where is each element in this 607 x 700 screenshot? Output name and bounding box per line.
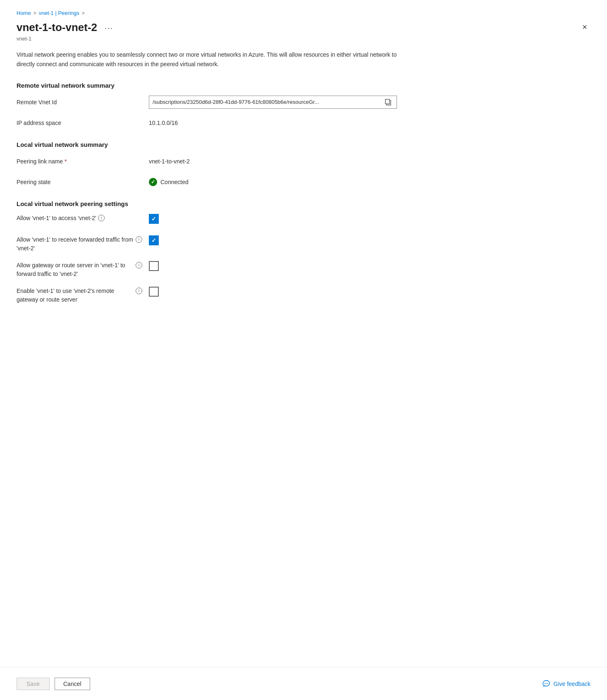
enable-remote-gateway-info-icon[interactable]: i: [136, 288, 142, 294]
ip-address-space-row: IP address space 10.1.0.0/16: [17, 116, 590, 129]
remote-vnet-id-row: Remote Vnet Id /subscriptions/23250d6d-2…: [17, 96, 590, 109]
peering-state-row: Peering state Connected: [17, 175, 590, 189]
peering-link-name-value: vnet-1-to-vnet-2: [149, 158, 190, 165]
remote-vnet-id-label: Remote Vnet Id: [17, 99, 149, 105]
enable-remote-gateway-row: Enable 'vnet-1' to use 'vnet-2's remote …: [17, 287, 590, 304]
breadcrumb-home[interactable]: Home: [17, 10, 31, 16]
local-section-title: Local virtual network summary: [17, 141, 590, 148]
ip-address-space-value: 10.1.0.0/16: [149, 120, 178, 126]
local-network-section: Local virtual network summary Peering li…: [17, 141, 590, 189]
svg-point-2: [545, 683, 545, 684]
save-button[interactable]: Save: [17, 678, 50, 690]
breadcrumb-separator-1: >: [33, 10, 36, 16]
feedback-icon: [542, 680, 550, 688]
page-title: vnet-1-to-vnet-2: [17, 21, 97, 34]
page-subtitle: vnet-1: [17, 36, 590, 42]
breadcrumb-separator-2: >: [82, 10, 85, 16]
breadcrumb-peerings[interactable]: vnet-1 | Peerings: [39, 10, 79, 16]
peering-state-text: Connected: [160, 179, 189, 185]
allow-access-checkbox[interactable]: [149, 214, 159, 224]
breadcrumb: Home > vnet-1 | Peerings >: [17, 10, 590, 16]
allow-gateway-checkbox[interactable]: [149, 261, 159, 271]
remote-vnet-id-input[interactable]: /subscriptions/23250d6d-28f0-41dd-9776-6…: [149, 96, 397, 109]
allow-gateway-row: Allow gateway or route server in 'vnet-1…: [17, 261, 590, 278]
cancel-button[interactable]: Cancel: [55, 678, 90, 690]
ellipsis-button[interactable]: ···: [102, 23, 116, 34]
enable-remote-gateway-label: Enable 'vnet-1' to use 'vnet-2's remote …: [17, 287, 149, 304]
svg-rect-1: [385, 99, 390, 104]
copy-button[interactable]: [383, 98, 393, 106]
allow-gateway-label: Allow gateway or route server in 'vnet-1…: [17, 261, 149, 278]
page-header: vnet-1-to-vnet-2 ··· ×: [17, 21, 590, 34]
give-feedback-link[interactable]: Give feedback: [542, 680, 591, 688]
allow-access-row: Allow 'vnet-1' to access 'vnet-2' i: [17, 214, 590, 227]
allow-forwarded-info-icon[interactable]: i: [136, 236, 142, 243]
copy-icon: [385, 99, 392, 105]
connected-status-icon: [149, 178, 157, 186]
peering-state-value: Connected: [149, 178, 189, 186]
page-description: Virtual network peering enables you to s…: [17, 50, 409, 69]
ip-address-space-label: IP address space: [17, 120, 149, 126]
peering-link-name-label: Peering link name *: [17, 158, 149, 165]
allow-gateway-info-icon[interactable]: i: [136, 262, 142, 268]
peering-link-name-row: Peering link name * vnet-1-to-vnet-2: [17, 155, 590, 168]
peering-settings-title: Local virtual network peering settings: [17, 200, 590, 207]
required-indicator: *: [65, 158, 67, 165]
title-area: vnet-1-to-vnet-2 ···: [17, 21, 116, 34]
svg-point-4: [547, 683, 548, 684]
peering-settings-section: Local virtual network peering settings A…: [17, 200, 590, 304]
footer-actions: Save Cancel: [17, 678, 90, 690]
close-button[interactable]: ×: [579, 21, 590, 33]
footer-bar: Save Cancel Give feedback: [0, 667, 607, 700]
allow-forwarded-checkbox[interactable]: [149, 235, 159, 245]
enable-remote-gateway-checkbox[interactable]: [149, 287, 159, 297]
remote-network-section: Remote virtual network summary Remote Vn…: [17, 82, 590, 129]
svg-point-3: [546, 683, 547, 684]
allow-forwarded-row: Allow 'vnet-1' to receive forwarded traf…: [17, 235, 590, 253]
remote-vnet-id-value: /subscriptions/23250d6d-28f0-41dd-9776-6…: [153, 99, 383, 105]
feedback-label: Give feedback: [554, 681, 591, 687]
allow-access-info-icon[interactable]: i: [98, 215, 105, 221]
allow-forwarded-label: Allow 'vnet-1' to receive forwarded traf…: [17, 235, 149, 253]
peering-state-label: Peering state: [17, 179, 149, 185]
remote-section-title: Remote virtual network summary: [17, 82, 590, 89]
allow-access-label: Allow 'vnet-1' to access 'vnet-2' i: [17, 214, 149, 223]
